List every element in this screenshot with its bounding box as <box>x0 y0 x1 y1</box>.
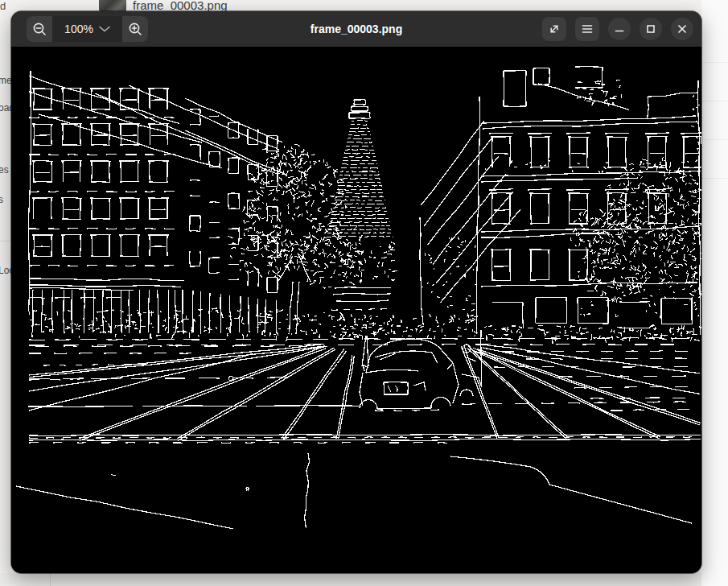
zoom-level: 100% <box>64 23 93 35</box>
sidebar-fragment-0[interactable]: d <box>0 0 6 12</box>
sidebar-divider <box>0 241 10 241</box>
zoom-controls: 100% <box>27 16 148 42</box>
background-file-list <box>701 0 728 586</box>
chevron-down-icon <box>99 26 110 32</box>
background-bottom-strip <box>0 573 701 586</box>
edge-detected-image <box>11 47 701 573</box>
maximize-icon <box>642 20 660 38</box>
image-canvas[interactable] <box>11 47 701 573</box>
zoom-in-button[interactable] <box>122 16 148 42</box>
zoom-level-dropdown[interactable]: 100% <box>52 16 122 42</box>
background-file-label: frame_00003.png <box>133 0 228 12</box>
image-viewer-window: frame_00003.png 100% <box>11 11 701 573</box>
hamburger-menu-icon <box>578 20 596 38</box>
close-icon <box>673 20 691 38</box>
magnifier-plus-icon <box>126 20 144 38</box>
screen: frame_00003.png d men oad es s Loc frame… <box>0 0 728 586</box>
background-sidebar-border <box>50 573 51 586</box>
fullscreen-button[interactable] <box>542 17 566 41</box>
sidebar-fragment-4[interactable]: s <box>0 194 3 205</box>
file-thumbnail <box>99 0 126 11</box>
minimize-button[interactable] <box>608 18 631 40</box>
sidebar-fragment-3[interactable]: es <box>0 164 9 175</box>
minimize-icon <box>611 20 628 38</box>
headerbar: frame_00003.png 100% <box>11 11 701 47</box>
window-controls <box>542 16 693 42</box>
maximize-button[interactable] <box>640 18 662 40</box>
list-row-separator <box>701 178 728 179</box>
menu-button[interactable] <box>575 17 599 41</box>
list-row-separator <box>701 139 728 140</box>
close-button[interactable] <box>671 18 693 40</box>
magnifier-minus-icon <box>31 20 48 38</box>
background-file-row[interactable]: frame_00003.png <box>0 0 701 11</box>
list-row-separator <box>701 62 728 63</box>
list-row-separator <box>701 101 728 101</box>
expand-icon <box>545 20 563 38</box>
zoom-out-button[interactable] <box>27 16 52 42</box>
